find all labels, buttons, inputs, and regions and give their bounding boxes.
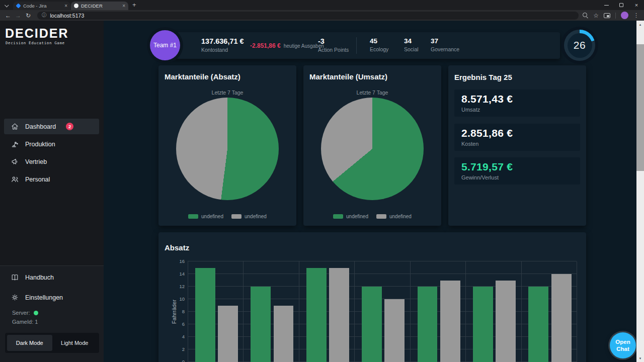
scroll-up-icon[interactable]: ▲ <box>636 21 644 28</box>
site-info-icon[interactable]: ⓘ <box>42 12 47 19</box>
sidebar-item-personal[interactable]: Personal <box>4 171 99 187</box>
sidebar-item-label: Dashboard <box>25 123 56 130</box>
legend-swatch-green <box>188 214 198 219</box>
action-points-value: -3 <box>318 37 349 45</box>
close-button[interactable]: × <box>629 0 644 10</box>
bookmark-star-icon[interactable]: ☆ <box>593 13 599 19</box>
kontostand-stat: 137.636,71 € Kontostand <box>201 37 244 53</box>
maximize-button[interactable] <box>614 0 629 10</box>
reload-button[interactable]: ↻ <box>23 12 33 19</box>
light-mode-button[interactable]: Light Mode <box>52 335 98 351</box>
card-title: Ergebnis Tag 25 <box>454 73 512 81</box>
home-icon <box>11 122 19 131</box>
tab-close-icon[interactable]: × <box>122 4 125 9</box>
legend-swatch-green <box>333 214 343 219</box>
robot-arm-icon <box>11 140 19 148</box>
ausgaben-value: -2.851,86 € <box>250 42 281 49</box>
screen: Code - Jira × DECIDER × + × ← → ↻ ⓘ loca… <box>0 0 644 362</box>
chevron-down-icon <box>5 3 9 7</box>
team-avatar[interactable]: Team #1 <box>150 30 180 60</box>
umsatz-label: Umsatz <box>461 107 480 113</box>
browser-tab-decider[interactable]: DECIDER × <box>71 2 128 10</box>
y-tick-label: 16 <box>179 258 185 264</box>
bar-competitor-tag-7 <box>551 274 572 362</box>
forward-button[interactable]: → <box>13 12 23 19</box>
zoom-icon[interactable] <box>583 13 588 18</box>
bar-own-tag-3 <box>306 268 327 362</box>
game-id: GameId: 1 <box>12 319 38 325</box>
reading-list-icon[interactable] <box>604 13 610 18</box>
card-title: Absatz <box>165 243 189 252</box>
profile-avatar[interactable] <box>621 12 628 19</box>
scrollbar-thumb[interactable] <box>636 44 644 171</box>
sidebar-item-einstellungen[interactable]: Einstellungen <box>4 290 99 305</box>
legend-swatch-gray <box>231 214 242 219</box>
scroll-down-icon[interactable]: ▼ <box>636 354 644 362</box>
governance-label: Governance <box>431 46 459 52</box>
action-points-stat: -3 Action Points <box>318 37 349 53</box>
new-tab-button[interactable]: + <box>132 1 136 9</box>
y-tick-label: 12 <box>179 284 185 289</box>
chart-legend: undefined undefined <box>158 214 296 219</box>
h-gridline <box>188 299 577 299</box>
tab-title: DECIDER <box>81 3 120 9</box>
notification-badge: 2 <box>66 123 73 130</box>
browser-toolbar: ← → ↻ ⓘ localhost:5173 ☆ ⋮ <box>0 10 644 21</box>
absatz-chart-card: Absatz Fahrräder 0246810121416 <box>158 232 586 362</box>
toolbar-right: ☆ ⋮ <box>583 12 641 19</box>
h-gridline <box>188 311 577 312</box>
sidebar-item-label: Produktion <box>25 141 55 148</box>
back-button[interactable]: ← <box>3 12 13 19</box>
sidebar-item-label: Einstellungen <box>25 294 63 301</box>
url-text: localhost:5173 <box>50 13 85 19</box>
kosten-value: 2.851,86 € <box>461 127 513 139</box>
gewinn-value: 5.719,57 € <box>461 161 513 173</box>
v-gridline <box>299 261 299 362</box>
tab-search-button[interactable] <box>3 2 11 9</box>
ergebnis-card: Ergebnis Tag 25 8.571,43 € Umsatz 2.851,… <box>448 65 586 226</box>
gewinn-label: Gewinn/Verlust <box>461 174 499 180</box>
bar-own-tag-7 <box>528 287 548 362</box>
y-tick-label: 14 <box>179 271 185 277</box>
v-gridline <box>577 261 577 362</box>
umsatz-value: 8.571,43 € <box>461 93 513 105</box>
dark-mode-button[interactable]: Dark Mode <box>7 335 52 351</box>
marktanteile-umsatz-card: Marktanteile (Umsatz) Letzte 7 Tage unde… <box>303 65 441 226</box>
window-controls: × <box>599 0 644 10</box>
sidebar-item-produktion[interactable]: Produktion <box>4 136 99 152</box>
bar-competitor-tag-3 <box>329 268 349 362</box>
browser-menu-icon[interactable]: ⋮ <box>633 13 639 18</box>
decider-favicon <box>74 4 78 8</box>
minimize-button[interactable] <box>599 0 614 10</box>
v-gridline <box>354 261 355 362</box>
h-gridline <box>188 274 577 274</box>
tab-close-icon[interactable]: × <box>64 4 67 9</box>
page-scrollbar[interactable]: ▲ ▼ <box>636 21 644 362</box>
bar-chart-plot <box>188 261 577 362</box>
bar-competitor-tag-1 <box>218 306 238 362</box>
open-chat-line1: Open <box>615 339 630 345</box>
pie-chart-umsatz <box>321 98 424 200</box>
sidebar-item-vertrieb[interactable]: Vertrieb <box>4 154 99 169</box>
gear-icon <box>11 293 19 302</box>
bar-own-tag-4 <box>362 287 382 362</box>
legend-label: undefined <box>389 214 412 219</box>
social-stat: 34 Social <box>404 37 419 52</box>
open-chat-button[interactable]: Open Chat <box>610 332 636 358</box>
toolbar-divider <box>615 13 616 19</box>
sidebar-item-label: Personal <box>25 176 50 183</box>
legend-item: undefined <box>231 214 267 219</box>
sidebar-item-handbuch[interactable]: Handbuch <box>4 269 99 285</box>
v-gridline <box>188 261 188 362</box>
megaphone-icon <box>11 157 19 166</box>
sidebar-item-dashboard[interactable]: Dashboard 2 <box>4 119 99 134</box>
server-label: Server: <box>12 310 30 316</box>
bar-competitor-tag-6 <box>496 281 516 362</box>
y-tick-label: 4 <box>182 334 185 339</box>
address-bar[interactable]: ⓘ localhost:5173 <box>37 12 579 20</box>
v-gridline <box>521 261 522 362</box>
card-title: Marktanteile (Umsatz) <box>309 72 387 81</box>
kosten-label: Kosten <box>461 141 478 147</box>
bar-own-tag-1 <box>195 268 215 362</box>
browser-tab-jira[interactable]: Code - Jira × <box>13 2 70 10</box>
